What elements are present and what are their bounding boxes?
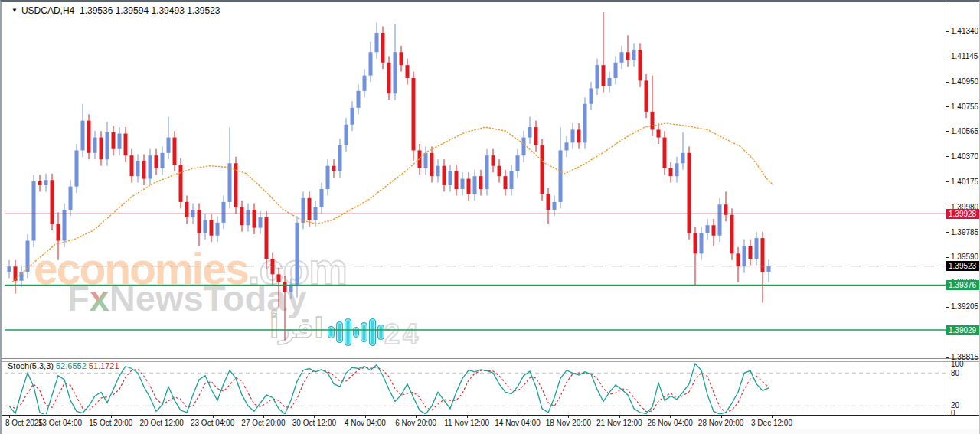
price-axis-tick bbox=[946, 357, 949, 358]
stochastic-scale-label: 80 bbox=[951, 369, 959, 377]
time-axis-tick bbox=[365, 415, 366, 418]
price-axis-tick bbox=[946, 207, 949, 207]
candle-body bbox=[149, 155, 152, 178]
candle-body bbox=[173, 138, 177, 165]
stochastic-info-line: Stoch(5,3,3) 52.6552 51.1721 bbox=[8, 361, 119, 370]
support-price-label: 1.39029 bbox=[946, 325, 980, 335]
stochastic-pane[interactable] bbox=[5, 364, 946, 415]
price-axis-label: 1.39590 bbox=[951, 253, 978, 261]
main-pane[interactable] bbox=[5, 12, 946, 340]
candle-body bbox=[112, 132, 116, 149]
chart-window: economies.com FxNewsToday اقرأ 24 ▼USDCA… bbox=[0, 0, 980, 434]
candle-body bbox=[44, 180, 48, 185]
candle-body bbox=[583, 104, 587, 143]
symbol-dropdown-icon[interactable]: ▼ bbox=[11, 7, 18, 14]
candle-body bbox=[590, 88, 593, 103]
info-high: 1.39594 bbox=[116, 5, 149, 16]
candle-body bbox=[730, 215, 734, 254]
time-axis-label: 27 Oct 20:00 bbox=[238, 419, 289, 427]
candle-body bbox=[755, 238, 759, 259]
time-axis-tick bbox=[314, 415, 315, 418]
candle-body bbox=[596, 65, 599, 88]
price-axis-label: 1.39205 bbox=[951, 302, 978, 311]
candle-body bbox=[461, 179, 465, 189]
price-axis-label: 1.41340 bbox=[951, 27, 978, 35]
candle-body bbox=[369, 52, 373, 75]
price-axis-tick bbox=[946, 181, 949, 182]
candle-body bbox=[761, 238, 765, 272]
candle-body bbox=[93, 138, 97, 153]
candle-body bbox=[602, 65, 606, 86]
candle-body bbox=[357, 91, 361, 108]
time-axis-label: 3 Dec 12:00 bbox=[746, 419, 797, 427]
candle-body bbox=[645, 80, 648, 111]
candle-body bbox=[608, 78, 612, 86]
candle-body bbox=[553, 202, 557, 210]
price-axis-tick bbox=[946, 156, 949, 157]
candle-body bbox=[277, 274, 281, 282]
candle-body bbox=[63, 210, 67, 240]
candle-body bbox=[179, 165, 183, 202]
stochastic-d-value: 51.1721 bbox=[89, 361, 119, 370]
candle-body bbox=[265, 217, 269, 259]
stochastic-main-line bbox=[9, 364, 769, 415]
candle-body bbox=[216, 223, 220, 236]
stochastic-scale-label: 0 bbox=[951, 409, 956, 417]
candle-body bbox=[130, 155, 134, 176]
candle-body bbox=[204, 220, 207, 233]
price-axis-tick bbox=[946, 82, 949, 83]
candle-body bbox=[492, 155, 495, 165]
candle-body bbox=[632, 50, 636, 60]
candle-body bbox=[743, 246, 746, 266]
time-axis-label: 23 Oct 04:00 bbox=[188, 419, 238, 427]
candle-body bbox=[338, 145, 342, 171]
time-axis-tick bbox=[9, 415, 10, 418]
candle-body bbox=[259, 217, 263, 227]
candle-body bbox=[198, 210, 201, 233]
stochastic-label: Stoch(5,3,3) bbox=[8, 361, 54, 370]
candle-body bbox=[626, 52, 630, 60]
time-axis-tick bbox=[772, 415, 773, 418]
candle-body bbox=[155, 155, 158, 168]
candle-body bbox=[387, 63, 391, 93]
candle-body bbox=[363, 76, 367, 91]
candle-body bbox=[443, 166, 446, 185]
candle-body bbox=[351, 108, 354, 125]
price-axis-tick bbox=[946, 257, 949, 258]
time-axis-tick bbox=[416, 415, 416, 418]
candle-body bbox=[75, 150, 79, 186]
candle-body bbox=[424, 153, 428, 168]
candle-body bbox=[142, 161, 146, 179]
candle-body bbox=[69, 187, 73, 210]
candle-body bbox=[473, 176, 477, 194]
chart-canvas[interactable] bbox=[2, 2, 980, 434]
time-axis-label: 30 Oct 12:00 bbox=[289, 419, 339, 427]
candle-body bbox=[534, 127, 538, 145]
candle-body bbox=[345, 125, 348, 145]
time-axis-label: 4 Nov 04:00 bbox=[340, 419, 390, 427]
candle-body bbox=[767, 266, 771, 272]
candle-body bbox=[663, 138, 667, 168]
candle-body bbox=[8, 266, 11, 272]
price-axis-label: 1.40950 bbox=[951, 77, 978, 86]
time-axis-tick bbox=[619, 415, 620, 418]
candle-body bbox=[326, 166, 330, 189]
info-close: 1.39523 bbox=[187, 5, 220, 16]
candle-body bbox=[124, 134, 128, 156]
time-axis-label: 14 Nov 04:00 bbox=[492, 419, 543, 427]
candle-body bbox=[406, 65, 410, 78]
candle-body bbox=[81, 121, 85, 151]
candle-body bbox=[412, 78, 416, 150]
time-axis-label: 28 Nov 20:00 bbox=[696, 419, 746, 427]
candle-body bbox=[485, 155, 489, 189]
price-axis-tick bbox=[946, 131, 949, 132]
candle-body bbox=[38, 181, 42, 185]
candle-body bbox=[510, 171, 514, 189]
candle-body bbox=[724, 204, 728, 214]
time-axis-label: 20 Oct 12:00 bbox=[136, 419, 187, 427]
candle-body bbox=[706, 225, 710, 233]
time-axis-tick bbox=[518, 415, 518, 418]
price-axis-tick bbox=[946, 31, 949, 32]
candle-body bbox=[449, 171, 452, 185]
time-axis-label: 6 Nov 20:00 bbox=[390, 419, 441, 427]
